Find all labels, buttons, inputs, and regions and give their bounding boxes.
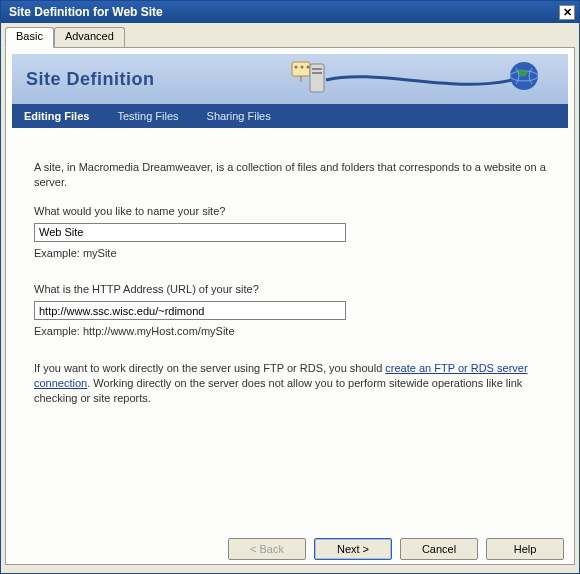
tab-panel: Site Definition: [5, 47, 575, 565]
titlebar: Site Definition for Web Site ✕: [1, 1, 579, 23]
step-editing-files[interactable]: Editing Files: [24, 110, 89, 122]
button-row: < Back Next > Cancel Help: [6, 530, 574, 564]
client-area: Basic Advanced Site Definition: [1, 23, 579, 573]
close-button[interactable]: ✕: [559, 5, 575, 20]
cancel-button[interactable]: Cancel: [400, 538, 478, 560]
step-testing-files[interactable]: Testing Files: [117, 110, 178, 122]
advice-text: If you want to work directly on the serv…: [34, 361, 546, 406]
svg-rect-7: [312, 72, 322, 74]
svg-point-2: [301, 66, 304, 69]
step-sharing-files[interactable]: Sharing Files: [207, 110, 271, 122]
svg-rect-6: [312, 68, 322, 70]
tab-advanced[interactable]: Advanced: [54, 27, 125, 47]
banner-art: [288, 58, 548, 102]
tab-strip: Basic Advanced: [5, 27, 575, 47]
intro-text: A site, in Macromedia Dreamweaver, is a …: [34, 160, 546, 190]
network-globe-icon: [288, 58, 548, 102]
dialog-window: Site Definition for Web Site ✕ Basic Adv…: [0, 0, 580, 574]
content-area: A site, in Macromedia Dreamweaver, is a …: [6, 128, 574, 530]
tab-label: Advanced: [65, 30, 114, 42]
site-name-example: Example: mySite: [34, 246, 546, 261]
advice-post: . Working directly on the server does no…: [34, 377, 522, 404]
tab-basic[interactable]: Basic: [5, 27, 54, 48]
help-button[interactable]: Help: [486, 538, 564, 560]
site-url-example: Example: http://www.myHost.com/mySite: [34, 324, 546, 339]
wizard-steps: Editing Files Testing Files Sharing File…: [12, 104, 568, 128]
banner-title: Site Definition: [26, 69, 155, 90]
site-url-input[interactable]: [34, 301, 346, 320]
site-name-label: What would you like to name your site?: [34, 204, 546, 219]
svg-rect-0: [292, 62, 310, 76]
site-url-label: What is the HTTP Address (URL) of your s…: [34, 282, 546, 297]
site-name-input[interactable]: [34, 223, 346, 242]
advice-pre: If you want to work directly on the serv…: [34, 362, 385, 374]
next-button[interactable]: Next >: [314, 538, 392, 560]
svg-point-1: [295, 66, 298, 69]
tab-label: Basic: [16, 30, 43, 42]
banner: Site Definition: [12, 54, 568, 104]
back-button: < Back: [228, 538, 306, 560]
close-icon: ✕: [563, 7, 572, 18]
window-title: Site Definition for Web Site: [9, 5, 559, 19]
svg-point-3: [307, 66, 310, 69]
